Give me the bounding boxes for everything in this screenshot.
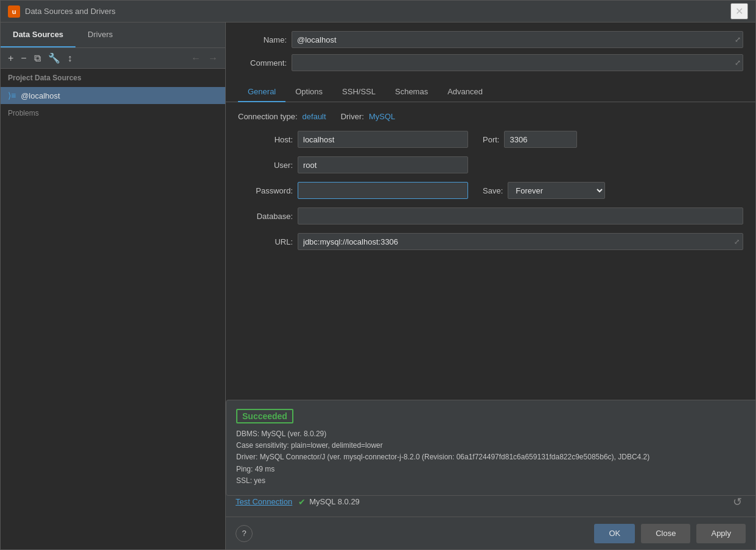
dialog: u Data Sources and Drivers ✕ Data Source…	[0, 0, 756, 550]
tab-drivers[interactable]: Drivers	[75, 23, 125, 47]
success-ssl: SSL: yes	[236, 475, 755, 487]
success-badge: Succeeded	[236, 409, 293, 423]
forward-icon: →	[208, 53, 218, 63]
problems-label: Problems	[8, 109, 39, 117]
name-expand-button[interactable]: ⤢	[735, 35, 741, 44]
inner-tabs: General Options SSH/SSL Schemas Advanced	[226, 82, 755, 102]
success-dbms: DBMS: MySQL (ver. 8.0.29)	[236, 428, 755, 440]
user-input[interactable]	[298, 156, 468, 173]
password-row: Password: Save: Forever Until restart Ne…	[238, 182, 743, 199]
host-input[interactable]	[298, 131, 468, 148]
port-input[interactable]	[504, 131, 577, 148]
host-label: Host:	[238, 135, 293, 144]
user-row: User:	[238, 156, 743, 173]
driver-value[interactable]: MySQL	[369, 112, 395, 121]
copy-datasource-button[interactable]: ⧉	[32, 52, 43, 65]
comment-expand-button[interactable]: ⤢	[735, 58, 741, 67]
connection-type-label: Connection type:	[238, 112, 298, 121]
database-label: Database:	[238, 212, 293, 221]
tab-general[interactable]: General	[238, 82, 285, 102]
apply-button[interactable]: Apply	[696, 524, 746, 543]
forward-button[interactable]: →	[206, 52, 220, 65]
back-icon: ←	[191, 53, 201, 63]
url-expand-button[interactable]: ⤢	[734, 238, 740, 246]
move-button[interactable]: ↕	[65, 52, 75, 65]
close-window-button[interactable]: ✕	[730, 3, 748, 19]
url-row: URL: ⤢	[238, 233, 743, 250]
url-input-wrapper: ⤢	[298, 233, 743, 250]
port-label: Port:	[483, 135, 499, 144]
move-icon: ↕	[68, 53, 72, 63]
database-input[interactable]	[298, 207, 743, 225]
comment-label: Comment:	[238, 58, 287, 68]
tab-options[interactable]: Options	[285, 82, 332, 102]
datasource-item-localhost[interactable]: ⟩≡ @localhost	[1, 87, 225, 104]
copy-icon: ⧉	[34, 53, 41, 63]
name-input-wrapper: ⤢	[292, 31, 743, 48]
project-data-sources-header: Project Data Sources	[1, 69, 225, 87]
left-toolbar: + − ⧉ 🔧 ↕ ← →	[1, 48, 225, 69]
success-driver: Driver: MySQL Connector/J (ver. mysql-co…	[236, 451, 755, 463]
success-popup: Succeeded Copy DBMS: MySQL (ver. 8.0.29)…	[226, 400, 755, 496]
test-version-label: MySQL 8.0.29	[309, 497, 360, 506]
tab-schemas[interactable]: Schemas	[385, 82, 438, 102]
problems-section: Problems	[1, 104, 225, 122]
dialog-title: Data Sources and Drivers	[25, 7, 730, 16]
app-icon: u	[8, 5, 20, 18]
settings-icon: 🔧	[48, 53, 60, 63]
test-connection-link[interactable]: Test Connection	[236, 497, 292, 506]
connection-type-row: Connection type: default Driver: MySQL	[238, 112, 743, 121]
password-label: Password:	[238, 186, 293, 195]
ok-button[interactable]: OK	[594, 524, 635, 543]
name-label: Name:	[238, 35, 287, 44]
success-case-sensitivity: Case sensitivity: plain=lower, delimited…	[236, 440, 755, 451]
connection-type-value[interactable]: default	[303, 112, 326, 121]
top-fields: Name: ⤢ Comment: ⤢	[226, 23, 755, 82]
success-ping: Ping: 49 ms	[236, 464, 755, 475]
reset-button[interactable]: ↺	[729, 494, 746, 510]
comment-input[interactable]	[292, 54, 743, 71]
tab-data-sources[interactable]: Data Sources	[1, 23, 75, 47]
url-label: URL:	[238, 237, 293, 246]
help-button[interactable]: ?	[236, 525, 253, 542]
left-panel: Data Sources Drivers + − ⧉ 🔧 ↕ ←	[1, 23, 226, 549]
tab-ssh-ssl[interactable]: SSH/SSL	[332, 82, 385, 102]
datasource-label: @localhost	[21, 91, 60, 100]
url-input[interactable]	[298, 233, 743, 250]
success-details: DBMS: MySQL (ver. 8.0.29) Case sensitivi…	[236, 428, 755, 487]
test-success-icon: ✔	[298, 497, 306, 507]
success-header: Succeeded Copy	[236, 409, 755, 423]
top-tabs: Data Sources Drivers	[1, 23, 225, 48]
name-input[interactable]	[292, 31, 743, 48]
remove-datasource-button[interactable]: −	[18, 52, 29, 65]
password-input[interactable]	[298, 182, 468, 199]
title-bar: u Data Sources and Drivers ✕	[1, 1, 755, 23]
user-label: User:	[238, 161, 293, 170]
driver-label: Driver:	[341, 112, 364, 121]
save-label: Save:	[483, 186, 503, 195]
close-button[interactable]: Close	[641, 524, 690, 543]
footer: ? OK Close Apply	[226, 517, 755, 549]
host-row: Host: Port:	[238, 131, 743, 148]
footer-left: ?	[236, 525, 588, 542]
name-row: Name: ⤢	[238, 31, 743, 48]
tab-advanced[interactable]: Advanced	[438, 82, 492, 102]
save-select[interactable]: Forever Until restart Never	[508, 182, 605, 199]
back-button[interactable]: ←	[189, 52, 203, 65]
main-content: Data Sources Drivers + − ⧉ 🔧 ↕ ←	[1, 23, 755, 549]
database-row: Database:	[238, 207, 743, 225]
add-datasource-button[interactable]: +	[5, 52, 16, 65]
right-panel-wrapper: Name: ⤢ Comment: ⤢	[226, 23, 755, 549]
settings-button[interactable]: 🔧	[46, 51, 63, 65]
datasource-icon: ⟩≡	[8, 91, 16, 100]
comment-row: Comment: ⤢	[238, 54, 743, 71]
comment-input-wrapper: ⤢	[292, 54, 743, 71]
